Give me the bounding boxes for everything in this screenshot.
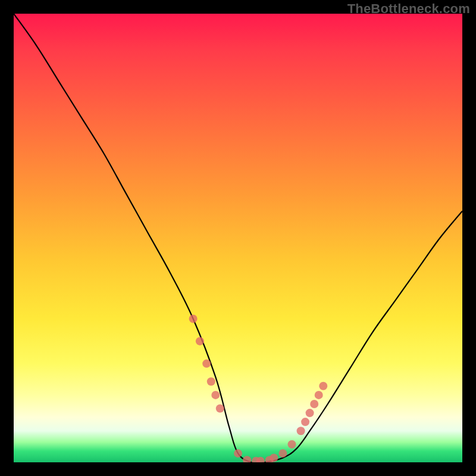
marker-dot	[207, 377, 215, 386]
marker-dot	[270, 454, 278, 462]
marker-dot	[202, 359, 211, 368]
marker-dot	[297, 427, 305, 435]
marker-dot	[306, 409, 314, 417]
plot-area	[14, 14, 462, 462]
marker-dot	[189, 315, 198, 323]
chart-frame: TheBottleneck.com	[0, 0, 476, 476]
marker-dot	[288, 440, 296, 449]
marker-dot	[196, 337, 204, 345]
marker-dot	[310, 400, 318, 408]
marker-dot	[234, 449, 242, 458]
marker-dot	[301, 418, 309, 426]
highlight-markers	[189, 315, 328, 462]
watermark-text: TheBottleneck.com	[347, 1, 470, 17]
marker-dot	[211, 391, 220, 399]
marker-dot	[216, 405, 224, 413]
marker-dot	[319, 382, 327, 390]
marker-dot	[315, 391, 323, 399]
bottleneck-curve-svg	[14, 14, 462, 462]
marker-dot	[243, 456, 251, 462]
marker-dot	[278, 449, 287, 458]
bottleneck-curve-line	[14, 14, 462, 462]
